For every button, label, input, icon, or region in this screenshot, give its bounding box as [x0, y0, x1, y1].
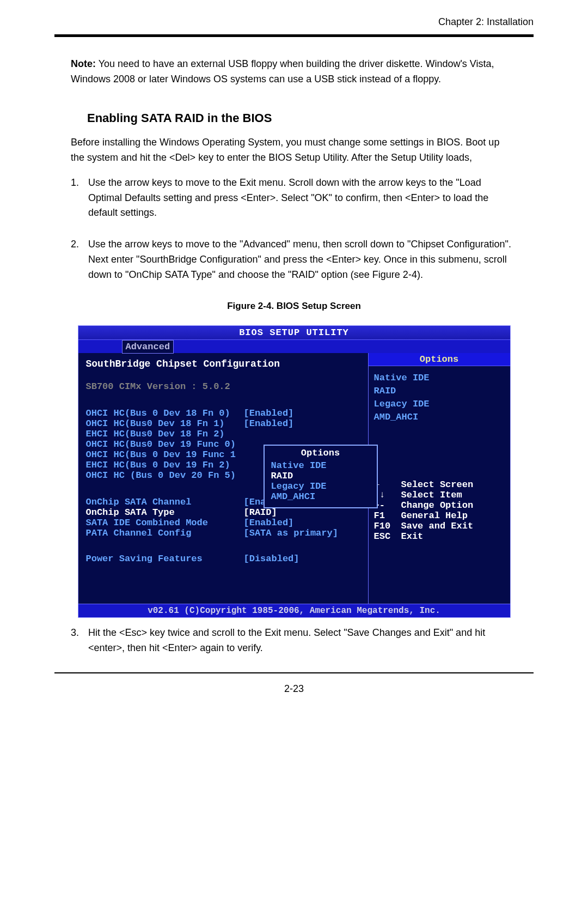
bios-footer: v02.61 (C)Copyright 1985-2006, American …: [78, 604, 510, 617]
option-item: RAID: [374, 385, 505, 398]
bios-tab-advanced: Advanced: [122, 340, 174, 354]
section-intro: Before installing the Windows Operating …: [71, 135, 517, 166]
note-paragraph: Note: You need to have an external USB f…: [71, 57, 517, 87]
bios-nav-hints: ←Select Screen ↑↓Select Item +-Change Op…: [374, 479, 505, 542]
bios-screenshot: BIOS SETUP UTILITY Advanced SouthBridge …: [78, 325, 511, 618]
figure-caption: Figure 2-4. BIOS Setup Screen: [71, 299, 517, 313]
step-number: 2.: [71, 237, 88, 283]
step-3: 3. Hit the <Esc> key twice and scroll to…: [71, 625, 517, 656]
bios-title: BIOS SETUP UTILITY: [78, 326, 510, 340]
option-item: Legacy IDE: [374, 398, 505, 411]
option-item: Native IDE: [374, 372, 505, 385]
chapter-header: Chapter 2: Installation: [54, 11, 534, 34]
bios-subtitle: SouthBridge Chipset Configuration: [86, 359, 362, 369]
bios-item: OHCI HC(Bus 0 Dev 18 Fn 0)[Enabled]: [86, 408, 362, 418]
bios-item: PATA Channel Config[SATA as primary]: [86, 528, 362, 538]
bios-item: Power Saving Features[Disabled]: [86, 554, 362, 564]
bios-item-selected: OnChip SATA Type[RAID]: [86, 507, 362, 518]
popup-option-selected: RAID: [271, 471, 370, 481]
bios-item: SATA IDE Combined Mode[Enabled]: [86, 518, 362, 528]
step-text: Use the arrow keys to move to the "Advan…: [88, 237, 517, 283]
popup-option: AMD_AHCI: [271, 491, 370, 502]
bios-version: SB700 CIMx Version : 5.0.2: [86, 381, 362, 392]
popup-option: Legacy IDE: [271, 481, 370, 491]
step-1: 1. Use the arrow keys to move to the Exi…: [71, 175, 517, 221]
step-text: Use the arrow keys to move to the Exit m…: [88, 175, 517, 221]
note-text: You need to have an external USB floppy …: [71, 58, 494, 84]
bios-right-pane: Options Native IDE RAID Legacy IDE AMD_A…: [369, 353, 510, 604]
step-text: Hit the <Esc> key twice and scroll to th…: [88, 625, 517, 656]
option-item: AMD_AHCI: [374, 411, 505, 424]
note-label: Note:: [71, 58, 96, 69]
popup-title: Options: [271, 448, 370, 458]
page-number: 2-23: [54, 683, 534, 695]
bios-item: OHCI HC(Bus0 Dev 18 Fn 1)[Enabled]: [86, 418, 362, 429]
bios-left-pane: SouthBridge Chipset Configuration SB700 …: [78, 353, 369, 604]
section-title: Enabling SATA RAID in the BIOS: [87, 109, 517, 127]
step-number: 1.: [71, 175, 88, 221]
popup-option: Native IDE: [271, 460, 370, 471]
step-2: 2. Use the arrow keys to move to the "Ad…: [71, 237, 517, 283]
bios-item: EHCI HC(Bus0 Dev 18 Fn 2): [86, 429, 362, 439]
bottom-rule: [54, 672, 534, 673]
step-number: 3.: [71, 625, 88, 656]
options-header: Options: [369, 353, 510, 366]
bios-options-popup: Options Native IDE RAID Legacy IDE AMD_A…: [264, 445, 378, 508]
bios-tab-bar: Advanced: [78, 340, 510, 353]
